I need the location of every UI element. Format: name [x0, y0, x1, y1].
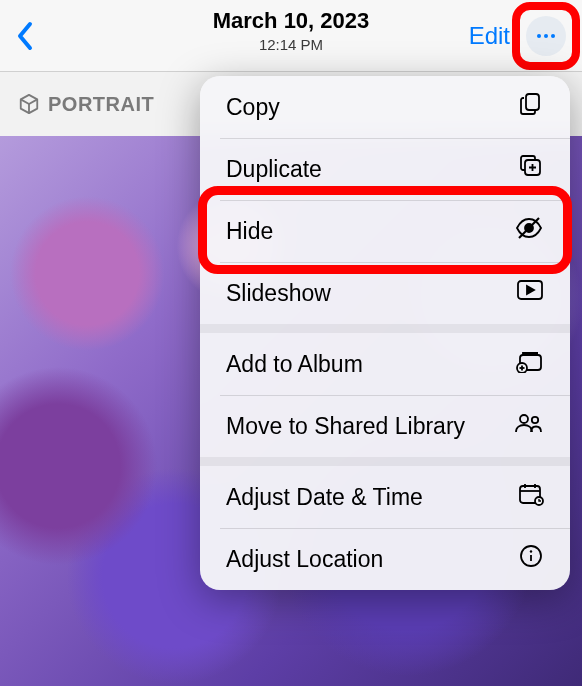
menu-item-add-to-album[interactable]: Add to Album — [200, 333, 570, 395]
menu-label: Adjust Location — [226, 546, 383, 573]
menu-item-copy[interactable]: Copy — [200, 76, 570, 138]
menu-item-hide[interactable]: Hide — [200, 200, 570, 262]
portrait-label: PORTRAIT — [48, 93, 154, 116]
back-button[interactable] — [0, 0, 50, 71]
svg-point-2 — [551, 34, 555, 38]
svg-point-0 — [537, 34, 541, 38]
ellipsis-icon — [534, 24, 558, 48]
calendar-icon — [518, 482, 544, 512]
menu-item-adjust-location[interactable]: Adjust Location — [200, 528, 570, 590]
edit-button[interactable]: Edit — [461, 18, 518, 54]
menu-item-duplicate[interactable]: Duplicate — [200, 138, 570, 200]
more-actions-menu: Copy Duplicate Hide Slideshow Add — [200, 76, 570, 590]
copy-icon — [518, 91, 544, 123]
duplicate-icon — [518, 153, 544, 185]
svg-marker-12 — [527, 286, 534, 294]
info-circle-icon — [518, 543, 544, 575]
svg-rect-5 — [526, 94, 539, 110]
people-icon — [514, 412, 544, 440]
chevron-left-icon — [16, 21, 34, 51]
svg-point-25 — [530, 550, 532, 552]
menu-item-slideshow[interactable]: Slideshow — [200, 262, 570, 324]
photo-detail-header: March 10, 2023 12:14 PM Edit — [0, 0, 582, 72]
more-button[interactable] — [526, 16, 566, 56]
menu-label: Move to Shared Library — [226, 413, 465, 440]
svg-point-17 — [520, 415, 528, 423]
menu-separator — [200, 324, 570, 333]
menu-label: Duplicate — [226, 156, 322, 183]
menu-label: Add to Album — [226, 351, 363, 378]
menu-label: Copy — [226, 94, 280, 121]
menu-separator — [200, 457, 570, 466]
portrait-badge: PORTRAIT — [18, 93, 154, 116]
menu-label: Adjust Date & Time — [226, 484, 423, 511]
svg-point-18 — [532, 417, 538, 423]
album-plus-icon — [516, 349, 544, 379]
cube-icon — [18, 93, 40, 115]
menu-item-adjust-date-time[interactable]: Adjust Date & Time — [200, 466, 570, 528]
menu-item-move-shared-library[interactable]: Move to Shared Library — [200, 395, 570, 457]
menu-label: Slideshow — [226, 280, 331, 307]
eye-slash-icon — [514, 215, 544, 247]
menu-label: Hide — [226, 218, 273, 245]
svg-point-1 — [544, 34, 548, 38]
play-rectangle-icon — [516, 279, 544, 307]
